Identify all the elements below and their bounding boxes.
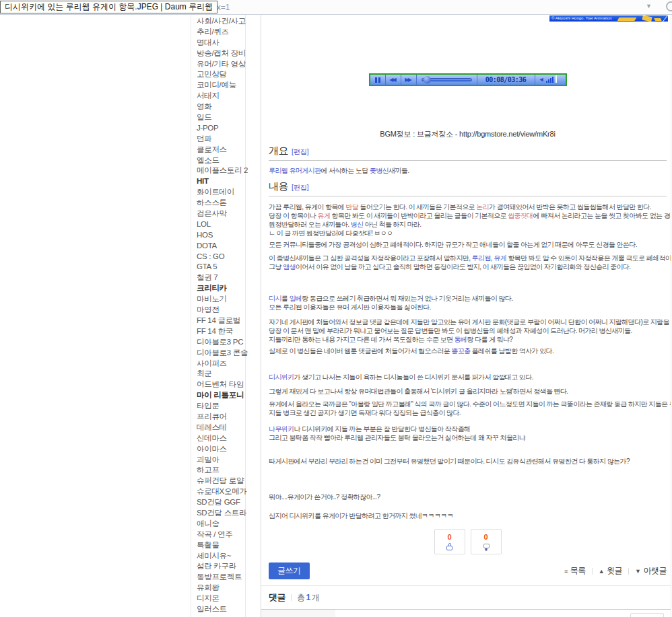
sidebar-item[interactable]: SD건담 스트라 [197,508,245,519]
sidebar-item[interactable]: 작곡 / 연주 [197,530,245,540]
article-line: 뭐야....유게이가 쓴거야..? 정확하잖아...? [269,493,667,501]
wiki-link[interactable]: 디시위키 [269,373,294,381]
sidebar-item[interactable]: 디아블로3 PC [197,337,245,348]
wiki-link[interactable]: 병신 [351,221,364,228]
upvote-count: 0 [447,533,451,541]
next-post-button[interactable]: ▼아랫글 [635,565,667,577]
prev-post-button[interactable]: ▲윗글 [599,565,622,577]
sidebar-item[interactable]: 세미시유~ [197,551,245,562]
sidebar-item[interactable]: J-POP [197,123,245,134]
sidebar-item[interactable]: 애니송 [197,519,245,530]
cropped-image-banner: © Akiyoshi Hongo, Toei Animation [549,15,668,22]
sidebar-item[interactable]: 영화 [197,102,245,112]
wiki-link[interactable]: 좆병신 [370,167,389,174]
sidebar-item[interactable]: 하고프 [197,465,245,476]
wiki-link[interactable]: 반달 [345,203,358,211]
sidebar-item[interactable]: 클로저스 [197,145,245,155]
sidebar-item[interactable]: 데레스테 [197,423,245,433]
sidebar-item[interactable]: 추리/퀴즈 [197,27,245,38]
sidebar-item[interactable]: 타입문 [197,401,245,412]
write-button[interactable]: 글쓰기 [269,562,310,579]
wiki-link[interactable]: 루리웹 유머게시판 [269,167,321,174]
sidebar-item[interactable]: 유희왕 [197,583,245,593]
sidebar-item[interactable]: 유머/기타 영상 [197,59,245,70]
board-list: 사회/사건/사고추리/퀴즈명대사방송/캡처 장비유머/기타 영상고민상담코미디/… [197,16,245,615]
wiki-link[interactable]: 일베 [289,295,302,302]
list-button[interactable]: ≡목록 [564,565,586,577]
image-fragment [654,18,662,21]
wiki-link[interactable]: 디시 [269,295,281,302]
sidebar-item[interactable]: 슈퍼건담 로얄 [197,476,245,486]
sidebar-item[interactable]: 일러스트 [197,604,245,615]
sidebar-item[interactable]: 괴밀아 [197,455,245,466]
upvote-button[interactable]: 0 [434,529,465,554]
sidebar-item[interactable]: GTA 5 [197,262,245,273]
sidebar-item[interactable]: 사이퍼즈 [197,359,245,369]
sidebar-item[interactable]: 명대사 [197,38,245,48]
sidebar-item[interactable]: HIT [197,176,245,187]
edit-link[interactable]: [편집] [292,148,309,155]
wiki-link[interactable]: 루리웹 [472,254,491,262]
sidebar-item[interactable]: 일드 [197,112,245,123]
sidebar-item[interactable]: 검은사막 [197,209,245,219]
seek-slider[interactable] [422,78,472,81]
downvote-button[interactable]: 0 [471,529,502,554]
section-rule [269,160,667,161]
sidebar-item[interactable]: 마이 리틀포니 [197,390,245,401]
sidebar-item[interactable]: LOL [197,219,245,230]
wiki-link[interactable]: 뽕꼬충 [451,347,470,355]
sidebar-item[interactable]: 특촬물 [197,540,245,551]
wiki-link[interactable]: 나무위키 [269,425,294,433]
sidebar-item[interactable]: 메이플스토리 2 [197,166,245,176]
seek-knob[interactable] [424,76,431,83]
sidebar-item[interactable]: 디아블로3 콘솔 [197,348,245,359]
wiki-link[interactable]: 논리 [476,203,489,211]
text-run: 나 디시위키에 지들 까는 부분은 잘 반달한다 병신들아 작작좀해 [294,425,471,433]
comment-like-button[interactable]: 0 [630,613,664,617]
sidebar-item[interactable]: 코미디/예능 [197,80,245,91]
sidebar-item[interactable]: 하스스톤 [197,198,245,209]
wiki-link[interactable]: 씹중잣대 [508,212,533,219]
wiki-link[interactable]: 유게 [317,212,330,219]
refresh-icon[interactable] [666,1,672,11]
sidebar-item[interactable]: 고민상담 [197,69,245,80]
rewind-button[interactable]: ◀◀ [386,75,401,85]
sidebar-item[interactable]: 아이마스 [197,444,245,455]
sidebar-item[interactable]: 마영전 [197,305,245,316]
sidebar-item[interactable]: 크리티카 [197,283,245,294]
article-line: 이 좆병신새끼들은 그 심한 공격성을 자정작용이라고 포장해서 말하지만, 루… [269,254,667,262]
sidebar-item[interactable]: 동방프로젝트 [197,572,245,583]
sidebar-item[interactable]: 화이트데이 [197,187,245,198]
volume-control[interactable]: ◄ [535,75,566,85]
speaker-icon: ◄ [539,77,545,83]
sidebar-item[interactable]: CS : GO [197,252,245,262]
sidebar-item[interactable]: HOS [197,230,245,241]
sidebar-item[interactable]: 던파 [197,134,245,145]
wiki-link[interactable]: 통베 [455,336,467,343]
sidebar-item[interactable]: 서태지 [197,91,245,102]
sidebar-item[interactable]: 사회/사건/사고 [197,16,245,27]
article-line: 가끔 루리웹, 유게이 항목에 반달 들어오기는 한다. 이 새끼들은 기본적으… [269,203,667,211]
edit-link[interactable]: [편집] [292,184,309,191]
sidebar-item[interactable]: 디지몬 [197,593,245,604]
sidebar-item[interactable]: 슈로대X오메가 [197,486,245,497]
sidebar-item[interactable]: FF 14 글로벌 [197,316,245,326]
sidebar-item[interactable]: 방송/캡처 장비 [197,48,245,59]
sidebar-item[interactable]: 최군 [197,369,245,379]
wiki-link[interactable]: 앰생 [283,263,296,270]
sidebar-item[interactable]: 프리큐어 [197,412,245,423]
sidebar-item[interactable]: 신데마스 [197,433,245,444]
sidebar-item[interactable]: 철권 7 [197,273,245,283]
sidebar-item[interactable]: 엘소드 [197,155,245,166]
sidebar-item[interactable]: FF 14 한국 [197,326,245,337]
comment-item: 피시스읖 (physis****) 쟤들은 유게미 이하의 병신이니까 상관없어… [261,609,671,617]
wiki-link[interactable]: 유게 [494,254,506,262]
sidebar-item[interactable]: 어드벤처 타임 [197,379,245,390]
sidebar-item[interactable]: 마비노기 [197,294,245,305]
chevron-down-icon[interactable]: ▼ [646,3,652,9]
sidebar-item[interactable]: SD건담 GGF [197,497,245,508]
sidebar-item[interactable]: DOTA [197,241,245,252]
sidebar-item[interactable]: 섬란 카구라 [197,561,245,572]
forward-button[interactable]: ▶▶ [401,75,417,85]
pause-button[interactable] [370,75,386,85]
